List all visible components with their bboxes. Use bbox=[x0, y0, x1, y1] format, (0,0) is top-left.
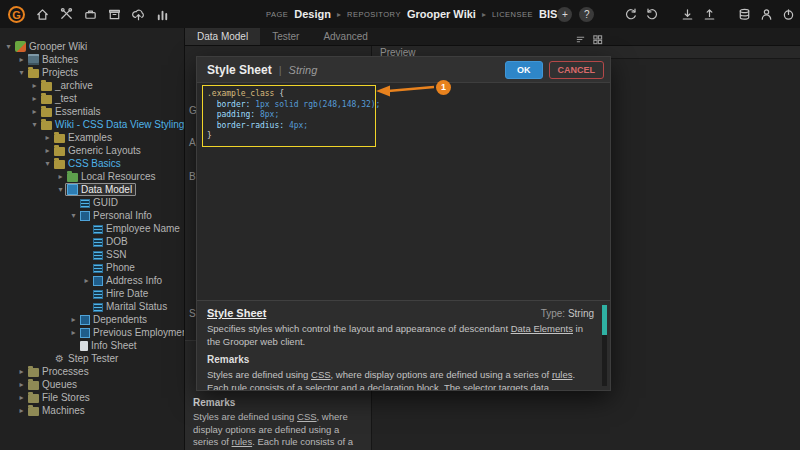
tree-expander-icon[interactable]: ▸ bbox=[43, 131, 52, 144]
tree-item[interactable]: Hire Date bbox=[0, 287, 184, 300]
tree-item[interactable]: ▾ Personal Info bbox=[0, 209, 184, 222]
tree-item-box[interactable]: Address Info bbox=[91, 274, 166, 287]
tree-item[interactable]: ▾ Wiki - CSS Data View Styling bbox=[0, 118, 184, 131]
tree-item-box[interactable]: Previous Employment bbox=[78, 326, 185, 339]
tree-item-box[interactable]: Marital Status bbox=[91, 300, 171, 313]
tree-item-box[interactable]: File Stores bbox=[26, 391, 94, 404]
css-link[interactable]: CSS bbox=[311, 369, 331, 380]
tree-item[interactable]: DOB bbox=[0, 235, 184, 248]
code-editor[interactable]: .example_class { border: 1px solid rgb(2… bbox=[197, 83, 610, 300]
ok-button[interactable]: OK bbox=[505, 61, 543, 79]
tree-item-box[interactable]: Machines bbox=[26, 404, 89, 417]
tree-item-box[interactable]: Phone bbox=[91, 261, 139, 274]
grooper-logo[interactable]: G bbox=[8, 6, 25, 23]
tree-item-box[interactable]: _test bbox=[39, 92, 81, 105]
css-link[interactable]: CSS bbox=[297, 411, 317, 422]
tree-expander-icon[interactable]: ▾ bbox=[4, 40, 13, 53]
tree-item[interactable]: ▾ Grooper Wiki bbox=[0, 40, 184, 53]
tree-item-box[interactable]: Employee Name bbox=[91, 222, 184, 235]
tree-expander-icon[interactable]: ▸ bbox=[30, 92, 39, 105]
tree-item-box[interactable]: Hire Date bbox=[91, 287, 152, 300]
home-icon[interactable] bbox=[35, 7, 50, 22]
tree-item[interactable]: Phone bbox=[0, 261, 184, 274]
archive-box-icon[interactable] bbox=[107, 7, 122, 22]
tree-item-box[interactable]: Processes bbox=[26, 365, 93, 378]
tree-expander-icon[interactable]: ▾ bbox=[17, 66, 26, 79]
tree-item-box[interactable]: GUID bbox=[78, 196, 122, 209]
tree-item[interactable]: ▸ Address Info bbox=[0, 274, 184, 287]
cancel-button[interactable]: CANCEL bbox=[549, 61, 605, 79]
tab-data-model[interactable]: Data Model bbox=[185, 28, 260, 45]
tree-item[interactable]: ▾ Projects bbox=[0, 66, 184, 79]
tree-item-box[interactable]: Info Sheet bbox=[78, 339, 141, 352]
upload-icon[interactable] bbox=[702, 7, 717, 22]
tree-expander-icon[interactable]: ▸ bbox=[30, 79, 39, 92]
tree-item-box[interactable]: Batches bbox=[26, 53, 82, 66]
tree-expander-icon[interactable]: ▸ bbox=[17, 404, 26, 417]
tree-item[interactable]: Info Sheet bbox=[0, 339, 184, 352]
tree-expander-icon[interactable]: ▾ bbox=[69, 209, 78, 222]
tree-expander-icon[interactable]: ▾ bbox=[30, 118, 39, 131]
tree-expander-icon[interactable]: ▸ bbox=[17, 378, 26, 391]
tree-expander-icon[interactable]: ▸ bbox=[69, 313, 78, 326]
cloud-upload-icon[interactable] bbox=[131, 7, 146, 22]
tree-expander-icon[interactable]: ▾ bbox=[56, 183, 65, 196]
tree-item-box[interactable]: CSS Basics bbox=[52, 157, 125, 170]
tree-expander-icon[interactable]: ▸ bbox=[17, 391, 26, 404]
tree-item-box[interactable]: Examples bbox=[52, 131, 116, 144]
tree-item[interactable]: ▸ Generic Layouts bbox=[0, 144, 184, 157]
rules-link[interactable]: rules bbox=[232, 436, 253, 447]
help-title-link[interactable]: Style Sheet bbox=[207, 307, 266, 319]
tree-item-box[interactable]: Generic Layouts bbox=[52, 144, 145, 157]
tree-item[interactable]: GUID bbox=[0, 196, 184, 209]
briefcase-icon[interactable] bbox=[83, 7, 98, 22]
tree-expander-icon[interactable]: ▸ bbox=[17, 53, 26, 66]
tree-item[interactable]: ▸ Dependents bbox=[0, 313, 184, 326]
tree-item-box[interactable]: Queues bbox=[26, 378, 81, 391]
tree-item[interactable]: ▸ Essentials bbox=[0, 105, 184, 118]
sync-icon[interactable] bbox=[645, 7, 660, 22]
tree-item[interactable]: Employee Name bbox=[0, 222, 184, 235]
tree-item[interactable]: SSN bbox=[0, 248, 184, 261]
tab-tester[interactable]: Tester bbox=[260, 28, 311, 45]
highlighted-code-region[interactable]: .example_class { border: 1px solid rgb(2… bbox=[202, 85, 376, 147]
tree-expander-icon[interactable]: ▸ bbox=[69, 326, 78, 339]
tree-expander-icon[interactable]: ▾ bbox=[43, 157, 52, 170]
tree-item[interactable]: ▸ _archive bbox=[0, 79, 184, 92]
tree-item-box[interactable]: SSN bbox=[91, 248, 131, 261]
tree-expander-icon[interactable]: ▸ bbox=[30, 105, 39, 118]
tree-item-box[interactable]: Data Model bbox=[65, 183, 136, 196]
tree-item[interactable]: ▾ Data Model bbox=[0, 183, 184, 196]
tree-item[interactable]: ▾ CSS Basics bbox=[0, 157, 184, 170]
tree-expander-icon[interactable]: ▸ bbox=[56, 170, 65, 183]
tree-expander-icon[interactable]: ▸ bbox=[17, 365, 26, 378]
download-icon[interactable] bbox=[680, 7, 695, 22]
scrollbar-thumb[interactable] bbox=[602, 305, 607, 335]
tree-expander-icon[interactable]: ▸ bbox=[43, 144, 52, 157]
user-icon[interactable] bbox=[759, 7, 774, 22]
scrollbar[interactable] bbox=[602, 305, 607, 386]
tree-item[interactable]: Step Tester bbox=[0, 352, 184, 365]
tree-item-box[interactable]: Step Tester bbox=[52, 352, 122, 365]
tree-item[interactable]: ▸ Examples bbox=[0, 131, 184, 144]
tree-item-box[interactable]: _archive bbox=[39, 79, 97, 92]
tree-item[interactable]: ▸ _test bbox=[0, 92, 184, 105]
page-value[interactable]: Design bbox=[294, 8, 331, 20]
tree-item-box[interactable]: Local Resources bbox=[65, 170, 159, 183]
tree-item-box[interactable]: Wiki - CSS Data View Styling bbox=[39, 118, 185, 131]
power-icon[interactable] bbox=[781, 7, 796, 22]
refresh-icon[interactable] bbox=[623, 7, 638, 22]
tree-item-box[interactable]: Projects bbox=[26, 66, 82, 79]
tree-item[interactable]: Marital Status bbox=[0, 300, 184, 313]
add-button[interactable]: + bbox=[557, 7, 572, 22]
data-elements-link[interactable]: Data Elements bbox=[511, 323, 573, 334]
tree-item-box[interactable]: Essentials bbox=[39, 105, 105, 118]
tab-advanced[interactable]: Advanced bbox=[311, 28, 379, 45]
tree-item-box[interactable]: Personal Info bbox=[78, 209, 156, 222]
tree-item[interactable]: ▸ Queues bbox=[0, 378, 184, 391]
database-icon[interactable] bbox=[737, 7, 752, 22]
help-button[interactable]: ? bbox=[579, 7, 594, 22]
rules-link[interactable]: rules bbox=[552, 369, 573, 380]
tree-item[interactable]: ▸ Batches bbox=[0, 53, 184, 66]
tree-item[interactable]: ▸ Processes bbox=[0, 365, 184, 378]
